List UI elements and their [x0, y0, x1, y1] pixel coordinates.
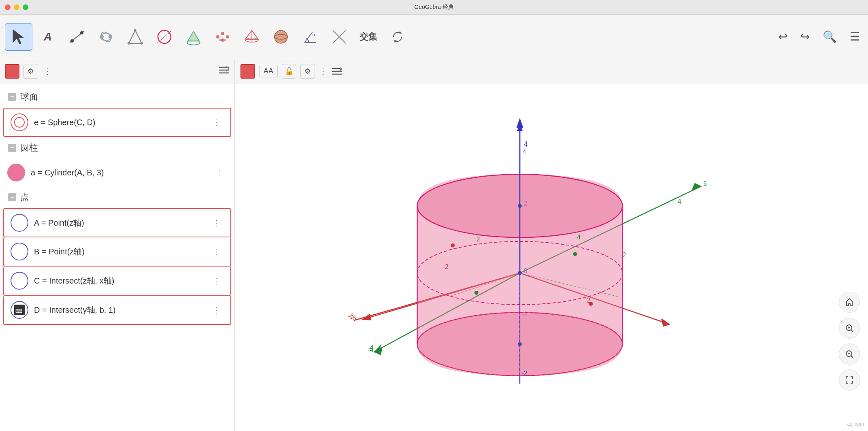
tool-point[interactable]: A: [34, 23, 62, 51]
svg-point-10: [140, 42, 143, 45]
section-title-sphere: 球面: [20, 91, 38, 103]
canvas-lock-button[interactable]: 🔓: [282, 64, 296, 79]
tool-line[interactable]: [63, 23, 91, 51]
sphere-e-menu[interactable]: ⋮: [209, 116, 224, 129]
redo-button[interactable]: ↪: [797, 27, 813, 47]
section-cylinder: − 圆柱: [0, 138, 234, 158]
fullscreen-button[interactable]: [839, 369, 860, 390]
tool-sphere[interactable]: [267, 23, 295, 51]
title-bar: GeoGebra 经典: [0, 0, 868, 15]
tool-angle[interactable]: α: [296, 23, 324, 51]
svg-point-3: [80, 31, 83, 34]
point-a-icon: [11, 214, 28, 232]
object-point-c[interactable]: C = Intersect(z轴, x轴) ⋮: [3, 267, 231, 296]
main-menu-button[interactable]: ☰: [847, 27, 863, 47]
undo-button[interactable]: ↩: [775, 27, 791, 47]
zoom-in-button[interactable]: [839, 318, 860, 339]
point-a-label: A = Point(z轴): [34, 218, 204, 228]
svg-text:4: 4: [523, 149, 526, 156]
point-d-label: D = Intersect(y轴, b, 1): [34, 305, 204, 316]
svg-point-7: [108, 35, 112, 38]
section-points: − 点: [0, 187, 234, 207]
svg-marker-8: [129, 30, 142, 43]
cylinder-icon: [7, 164, 25, 181]
section-collapse-sphere[interactable]: −: [8, 93, 16, 101]
cylinder-a-label: a = Cylinder(A, B, 3): [31, 168, 207, 177]
object-point-a[interactable]: A = Point(z轴) ⋮: [3, 208, 231, 237]
home-button[interactable]: [839, 292, 860, 313]
tool-select[interactable]: [5, 23, 32, 51]
section-sphere: − 球面: [0, 87, 234, 107]
svg-point-86: [573, 252, 577, 256]
tool-rotate3d[interactable]: [384, 23, 411, 51]
object-cylinder-a[interactable]: a = Cylinder(A, B, 3) ⋮: [0, 158, 234, 187]
svg-point-19: [221, 32, 224, 35]
panel-dots-button[interactable]: ⋮: [42, 64, 53, 79]
zoom-out-button[interactable]: [839, 344, 860, 365]
left-panel: ⚙ ⋮ − 球面: [0, 59, 235, 431]
point-b-menu[interactable]: ⋮: [209, 245, 224, 258]
object-sphere-e[interactable]: e = Sphere(C, D) ⋮: [3, 108, 231, 137]
tool-polyhedron[interactable]: [238, 23, 266, 51]
close-button[interactable]: [5, 4, 11, 10]
canvas-color-button[interactable]: [240, 64, 255, 79]
app-title: GeoGebra 经典: [414, 4, 453, 11]
svg-text:⌨: ⌨: [15, 308, 22, 314]
tool-cone[interactable]: [180, 23, 207, 51]
search-button[interactable]: 🔍: [819, 27, 840, 47]
sphere-icon: [11, 113, 28, 131]
sphere-e-label: e = Sphere(C, D): [34, 118, 204, 127]
point-b-icon: [11, 243, 28, 260]
svg-marker-0: [13, 30, 23, 44]
point-d-menu[interactable]: ⋮: [209, 303, 224, 316]
svg-point-9: [134, 29, 136, 32]
canvas-dots-button[interactable]: ⋮: [319, 66, 327, 76]
svg-text:6: 6: [703, 181, 707, 188]
section-title-points: 点: [20, 191, 29, 203]
svg-text:4: 4: [678, 198, 681, 205]
section-collapse-points[interactable]: −: [8, 193, 16, 201]
point-d-icon: ⌨: [11, 301, 28, 319]
3d-scene: 4 2 0 -2 -6 6 4: [235, 83, 868, 431]
tool-text[interactable]: 交集: [355, 23, 382, 51]
svg-text:-2: -2: [522, 370, 528, 377]
section-collapse-cylinder[interactable]: −: [8, 144, 16, 152]
svg-point-6: [100, 35, 104, 38]
point-a-menu[interactable]: ⋮: [209, 216, 224, 229]
tool-shape[interactable]: [121, 23, 149, 51]
svg-text:2: 2: [623, 252, 626, 258]
svg-line-110: [851, 356, 853, 358]
canvas-toolbar: AA 🔓 ⚙ ⋮: [235, 59, 868, 83]
panel-settings-button[interactable]: ⚙: [23, 64, 38, 79]
canvas-settings-button[interactable]: ⚙: [300, 64, 315, 79]
svg-point-22: [219, 39, 221, 41]
svg-text:2: 2: [477, 236, 480, 243]
canvas-area[interactable]: 4 2 0 -2 -6 6 4: [235, 83, 868, 431]
object-point-d[interactable]: ⌨ D = Intersect(y轴, b, 1) ⋮: [3, 296, 231, 325]
panel-menu-button[interactable]: [218, 66, 230, 77]
svg-point-2: [70, 39, 74, 43]
panel-color-button[interactable]: [5, 64, 19, 79]
tool-dots[interactable]: [209, 23, 236, 51]
cylinder-a-menu[interactable]: ⋮: [213, 166, 227, 179]
maximize-button[interactable]: [23, 4, 28, 10]
svg-point-41: [15, 117, 24, 127]
point-c-menu[interactable]: ⋮: [209, 274, 224, 287]
svg-point-23: [224, 39, 226, 41]
tool-circle[interactable]: [151, 23, 178, 51]
svg-point-11: [128, 42, 130, 45]
canvas-menu-button[interactable]: [331, 67, 343, 76]
window-controls: [5, 4, 28, 10]
right-controls: [839, 292, 860, 390]
main-toolbar: A: [0, 15, 868, 59]
objects-list: − 球面 e = Sphere(C, D) ⋮ − 圆柱: [0, 83, 234, 431]
object-point-b[interactable]: B = Point(z轴) ⋮: [3, 237, 231, 267]
svg-text:4: 4: [577, 234, 581, 241]
tool-intersect[interactable]: [326, 23, 353, 51]
tool-transform[interactable]: [92, 23, 120, 51]
svg-point-87: [474, 291, 479, 295]
canvas-text-button[interactable]: AA: [259, 65, 278, 77]
minimize-button[interactable]: [14, 4, 19, 10]
svg-point-20: [226, 35, 229, 38]
section-title-cylinder: 圆柱: [20, 142, 38, 154]
